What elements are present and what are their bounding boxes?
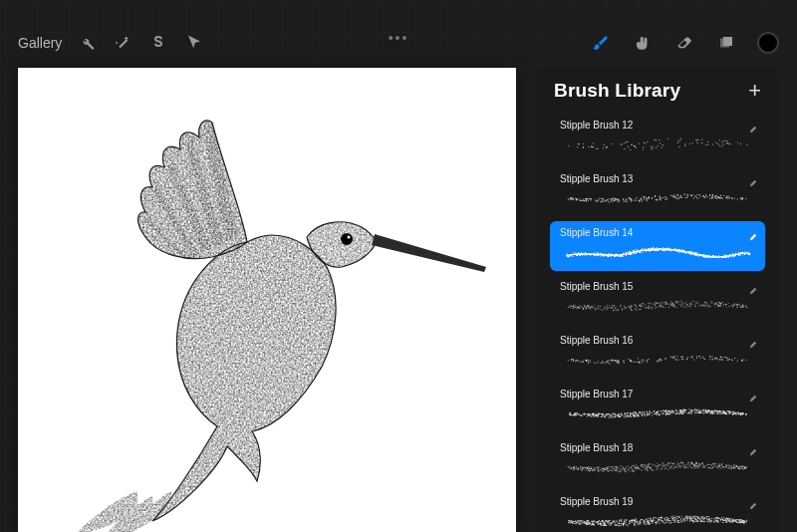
svg-point-1098 [696, 412, 697, 413]
svg-point-1493 [718, 466, 719, 467]
svg-point-2477 [671, 516, 672, 517]
add-brush-button[interactable]: + [748, 80, 761, 102]
svg-point-366 [668, 304, 669, 305]
svg-point-2261 [629, 522, 630, 523]
wrench-icon[interactable] [76, 32, 98, 54]
svg-point-1323 [645, 413, 646, 414]
svg-point-808 [712, 356, 713, 357]
svg-point-478 [662, 305, 663, 306]
svg-point-1828 [590, 470, 591, 471]
svg-point-436 [651, 307, 652, 308]
s-icon[interactable] [147, 32, 169, 54]
svg-point-346 [712, 197, 713, 198]
eraser-icon[interactable] [673, 32, 695, 54]
svg-point-1411 [597, 467, 598, 468]
svg-point-2474 [613, 522, 614, 523]
brush-item[interactable]: Stipple Brush 15 [550, 275, 765, 325]
svg-point-2561 [664, 523, 665, 524]
svg-point-1746 [631, 471, 632, 472]
svg-point-334 [722, 198, 723, 199]
svg-point-73 [577, 146, 578, 147]
svg-point-716 [690, 305, 691, 306]
svg-point-353 [663, 307, 664, 308]
brush-preview [560, 510, 755, 532]
svg-point-647 [691, 301, 692, 302]
svg-point-661 [741, 306, 742, 307]
brush-icon[interactable] [590, 32, 612, 54]
brush-item[interactable]: Stipple Brush 19 [550, 490, 765, 532]
color-swatch[interactable] [757, 32, 779, 54]
svg-point-40 [701, 139, 702, 140]
svg-point-1851 [576, 466, 577, 467]
canvas[interactable] [18, 68, 516, 532]
wand-icon[interactable] [112, 32, 133, 54]
brush-item[interactable]: Stipple Brush 16 [550, 329, 765, 379]
svg-point-2400 [701, 517, 702, 518]
svg-point-201 [631, 201, 632, 202]
svg-point-1524 [733, 464, 734, 465]
gallery-button[interactable]: Gallery [18, 35, 62, 51]
svg-point-177 [586, 200, 587, 201]
svg-point-459 [718, 306, 719, 307]
svg-point-558 [704, 306, 705, 307]
svg-point-2162 [625, 519, 626, 520]
svg-point-838 [598, 362, 599, 363]
svg-point-2332 [701, 519, 702, 520]
svg-point-2292 [730, 518, 731, 519]
svg-point-1648 [684, 464, 685, 465]
brush-item[interactable]: Stipple Brush 18 [550, 436, 765, 486]
brush-item[interactable]: Stipple Brush 13 [550, 167, 765, 217]
svg-point-1452 [647, 467, 648, 468]
svg-point-2588 [699, 519, 700, 520]
brush-item[interactable]: Stipple Brush 12 [550, 114, 765, 163]
svg-point-166 [641, 197, 642, 198]
svg-point-561 [721, 306, 722, 307]
svg-point-1658 [581, 468, 582, 469]
svg-point-1865 [653, 464, 654, 465]
svg-point-2402 [678, 516, 679, 517]
svg-point-16 [598, 148, 599, 149]
svg-point-115 [569, 198, 570, 199]
svg-point-1016 [580, 414, 581, 415]
svg-point-739 [602, 362, 603, 363]
cursor-icon[interactable] [183, 32, 205, 54]
svg-point-1451 [672, 468, 673, 469]
svg-point-2076 [609, 524, 610, 525]
svg-point-2471 [592, 523, 593, 524]
modify-menu-icon[interactable]: ••• [389, 30, 409, 46]
svg-point-537 [601, 309, 602, 310]
svg-point-2199 [650, 520, 651, 521]
svg-point-1232 [682, 410, 683, 411]
svg-point-1878 [571, 468, 572, 469]
svg-point-1284 [594, 413, 595, 414]
brush-list[interactable]: Stipple Brush 12 Stipple Brush 13 Stippl… [536, 114, 779, 532]
svg-point-150 [656, 199, 657, 200]
brush-item[interactable]: Stipple Brush 17 [550, 383, 765, 432]
svg-point-2109 [624, 521, 625, 522]
svg-point-2331 [635, 524, 636, 525]
svg-point-65 [653, 146, 654, 147]
svg-point-2481 [658, 517, 659, 518]
smudge-icon[interactable] [632, 32, 654, 54]
svg-point-2252 [686, 520, 687, 521]
svg-point-1521 [585, 467, 586, 468]
svg-point-2306 [653, 519, 654, 520]
svg-point-2453 [614, 520, 615, 521]
svg-point-1197 [648, 413, 649, 414]
svg-point-296 [714, 196, 715, 197]
brush-item[interactable]: Stipple Brush 14 [550, 221, 765, 271]
svg-point-2257 [662, 520, 663, 521]
svg-point-1775 [587, 467, 588, 468]
svg-point-339 [573, 198, 574, 199]
svg-point-1479 [657, 465, 658, 466]
svg-point-302 [596, 201, 597, 202]
svg-point-274 [612, 199, 613, 200]
layers-icon[interactable] [715, 32, 737, 54]
svg-point-297 [742, 199, 743, 200]
svg-point-2629 [740, 522, 741, 523]
svg-point-2550 [728, 521, 729, 522]
svg-point-1981 [673, 522, 674, 523]
svg-point-1366 [671, 409, 672, 410]
svg-point-1286 [707, 410, 708, 411]
svg-point-745 [657, 361, 658, 362]
